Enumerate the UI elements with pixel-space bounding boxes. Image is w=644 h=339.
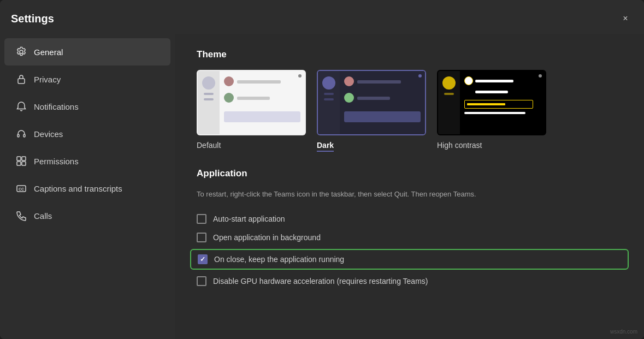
svg-rect-2 <box>23 134 25 137</box>
checkbox-disable-gpu-box[interactable] <box>197 276 206 286</box>
svg-rect-1 <box>17 134 19 137</box>
checkbox-keep-running-label: On close, keep the application running <box>214 255 344 264</box>
checkbox-autostart[interactable]: Auto-start application <box>197 210 622 228</box>
logo-area <box>298 9 374 28</box>
checkbox-autostart-label: Auto-start application <box>213 215 285 223</box>
theme-label-hc: High contrast <box>437 141 482 150</box>
headset-icon <box>15 128 27 140</box>
application-section-title: Application <box>197 168 622 179</box>
theme-label-dark: Dark <box>317 141 334 152</box>
bell-icon <box>15 100 27 112</box>
cc-icon: CC <box>15 182 27 194</box>
phone-icon <box>15 210 27 222</box>
sidebar-item-captions[interactable]: CC Captions and transcripts <box>4 175 170 202</box>
svg-rect-4 <box>22 157 26 160</box>
sidebar-label-devices: Devices <box>34 129 63 139</box>
theme-card-high-contrast[interactable]: High contrast <box>437 70 546 152</box>
checkbox-background[interactable]: Open application in background <box>197 228 622 247</box>
sidebar-item-privacy[interactable]: Privacy <box>4 66 170 93</box>
sidebar-label-privacy: Privacy <box>34 75 61 84</box>
sidebar-label-captions: Captions and transcripts <box>34 184 122 193</box>
theme-card-default[interactable]: Default <box>197 70 306 152</box>
sidebar-label-notifications: Notifications <box>34 102 79 111</box>
checkbox-disable-gpu[interactable]: Disable GPU hardware acceleration (requi… <box>197 272 622 290</box>
sidebar-item-calls[interactable]: Calls <box>4 202 170 229</box>
theme-label-default: Default <box>197 141 221 150</box>
lock-icon <box>15 73 27 85</box>
checkbox-keep-running-box[interactable] <box>198 254 208 264</box>
theme-grid: Default <box>197 70 622 152</box>
sidebar-item-devices[interactable]: Devices <box>4 120 170 147</box>
sidebar-item-notifications[interactable]: Notifications <box>4 93 170 120</box>
theme-section-title: Theme <box>197 49 622 60</box>
title-bar: Settings × <box>0 0 644 34</box>
content-area: General Privacy <box>0 34 644 339</box>
main-content: Theme <box>175 34 644 339</box>
sidebar: General Privacy <box>0 34 175 339</box>
application-description: To restart, right-click the Teams icon i… <box>197 189 622 200</box>
sidebar-item-permissions[interactable]: Permissions <box>4 147 170 175</box>
sidebar-item-general[interactable]: General <box>4 38 170 66</box>
svg-rect-3 <box>17 157 21 160</box>
theme-preview-hc <box>437 70 546 135</box>
checkbox-autostart-box[interactable] <box>197 214 206 224</box>
window-title: Settings <box>11 13 54 25</box>
svg-rect-5 <box>17 162 21 165</box>
svg-rect-0 <box>18 79 25 84</box>
checkbox-keep-running[interactable]: On close, keep the application running <box>190 249 629 270</box>
sidebar-label-general: General <box>34 47 63 57</box>
checkbox-disable-gpu-label: Disable GPU hardware acceleration (requi… <box>213 277 428 286</box>
checkbox-background-box[interactable] <box>197 233 206 242</box>
svg-rect-6 <box>22 162 26 165</box>
checkbox-background-label: Open application in background <box>213 233 321 242</box>
theme-preview-default <box>197 70 306 135</box>
gear-icon <box>15 46 27 58</box>
watermark: wsxdn.com <box>610 329 637 335</box>
svg-text:CC: CC <box>19 187 24 191</box>
settings-window: Settings × General <box>0 0 644 339</box>
theme-preview-dark <box>317 70 426 135</box>
sidebar-label-permissions: Permissions <box>34 157 79 166</box>
close-button[interactable]: × <box>618 11 633 26</box>
theme-card-dark[interactable]: Dark <box>317 70 426 152</box>
sidebar-label-calls: Calls <box>34 211 52 221</box>
grid-icon <box>15 155 27 167</box>
